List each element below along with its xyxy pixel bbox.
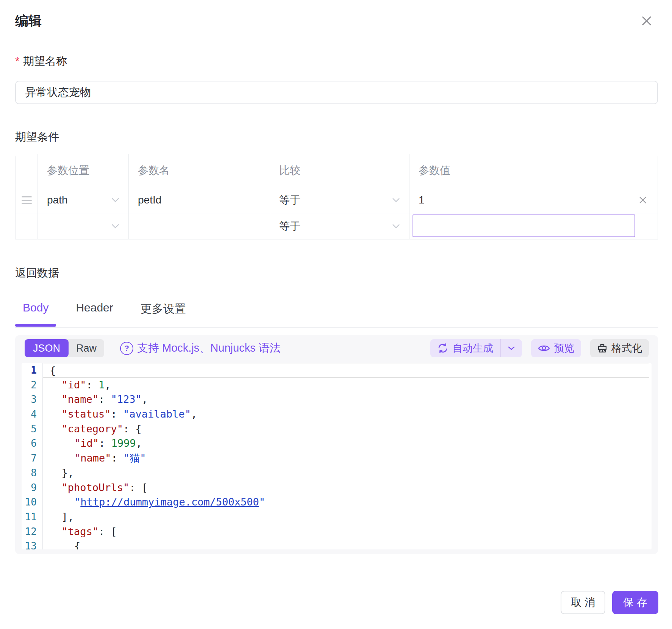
code-line-content: "name": "123", — [43, 392, 652, 407]
line-number: 7 — [22, 451, 43, 466]
line-number: 6 — [22, 436, 43, 451]
line-number: 9 — [22, 480, 43, 495]
condition-table: 参数位置 参数名 比较 参数值 pathpetId等于1等于 — [15, 154, 658, 239]
table-header-value: 参数值 — [409, 154, 658, 187]
response-tabs: Body Header 更多设置 — [15, 301, 658, 328]
format-icon — [597, 343, 608, 354]
line-number: 3 — [22, 392, 43, 407]
compare-value: 等于 — [279, 219, 300, 233]
code-line-content: ], — [43, 510, 652, 524]
drag-handle-icon[interactable] — [22, 196, 32, 204]
code-editor[interactable]: 1{2 "id": 1,3 "name": "123",4 "status": … — [22, 363, 652, 549]
auto-generate-button[interactable]: 自动生成 — [430, 341, 500, 355]
return-data-section-title: 返回数据 — [15, 266, 59, 281]
line-number: 5 — [22, 422, 43, 437]
param-position-select[interactable]: path — [38, 187, 128, 213]
code-line[interactable]: 10 "http://dummyimage.com/500x500" — [22, 495, 652, 510]
syntax-hint-text: 支持 Mock.js、Nunjucks 语法 — [137, 341, 281, 356]
code-line-content: "http://dummyimage.com/500x500" — [43, 495, 652, 510]
eye-icon — [538, 344, 550, 353]
table-header-handle — [16, 154, 38, 187]
code-line[interactable]: 13 { — [22, 539, 652, 549]
mode-json-button[interactable]: JSON — [25, 339, 69, 357]
line-number: 10 — [22, 495, 43, 510]
cancel-button[interactable]: 取 消 — [561, 591, 605, 614]
code-line[interactable]: 8 }, — [22, 466, 652, 480]
table-header-compare: 比较 — [270, 154, 409, 187]
editor-toolbar: JSON Raw ? 支持 Mock.js、Nunjucks 语法 自动生成 — [25, 339, 649, 357]
page-title: 编辑 — [15, 12, 42, 30]
chevron-down-icon — [111, 224, 119, 229]
table-header-position: 参数位置 — [38, 154, 128, 187]
body-editor-panel: JSON Raw ? 支持 Mock.js、Nunjucks 语法 自动生成 — [15, 335, 658, 554]
compare-select[interactable]: 等于 — [270, 187, 409, 213]
expectation-name-input[interactable]: 异常状态宠物 — [15, 81, 658, 104]
question-circle-icon: ? — [120, 342, 133, 355]
param-value-input[interactable] — [409, 213, 658, 239]
auto-generate-dropdown-button[interactable] — [501, 346, 522, 350]
tab-header[interactable]: Header — [76, 301, 113, 325]
syntax-hint-link[interactable]: ? 支持 Mock.js、Nunjucks 语法 — [120, 341, 281, 356]
auto-generate-split-button: 自动生成 — [430, 339, 522, 357]
code-line-content: "id": 1999, — [43, 436, 652, 451]
param-name-input[interactable] — [128, 213, 270, 239]
compare-value: 等于 — [279, 193, 300, 207]
line-number: 11 — [22, 510, 43, 524]
code-line[interactable]: 7 "name": "猫" — [22, 451, 652, 466]
code-line-content: { — [43, 539, 652, 549]
name-field-label: *期望名称 — [15, 54, 67, 69]
refresh-icon — [437, 343, 449, 354]
param-position-value: path — [47, 194, 68, 206]
code-line[interactable]: 5 "category": { — [22, 422, 652, 437]
code-line-content: "id": 1, — [43, 378, 652, 393]
line-number: 1 — [22, 363, 43, 378]
condition-section-title: 期望条件 — [15, 130, 59, 145]
line-number: 2 — [22, 378, 43, 393]
mode-raw-button[interactable]: Raw — [69, 339, 104, 357]
required-asterisk: * — [15, 55, 19, 67]
format-button[interactable]: 格式化 — [590, 339, 649, 357]
save-button[interactable]: 保 存 — [612, 591, 658, 614]
code-line-content: { — [43, 363, 649, 378]
preview-button[interactable]: 预览 — [531, 339, 581, 357]
chevron-down-icon — [111, 198, 119, 203]
table-header-param: 参数名 — [128, 154, 270, 187]
focused-value-input[interactable] — [413, 214, 635, 237]
chevron-down-icon — [392, 224, 400, 229]
close-icon[interactable] — [639, 14, 654, 28]
code-line[interactable]: 11 ], — [22, 510, 652, 524]
code-line-content: "name": "猫" — [43, 451, 652, 466]
expectation-name-value: 异常状态宠物 — [25, 85, 91, 100]
param-position-select[interactable] — [38, 213, 128, 239]
code-line-content: "photoUrls": [ — [43, 480, 652, 495]
param-name-value: petId — [138, 194, 161, 206]
compare-select[interactable]: 等于 — [270, 213, 409, 239]
code-line[interactable]: 1{ — [22, 363, 652, 378]
code-line[interactable]: 3 "name": "123", — [22, 392, 652, 407]
line-number: 12 — [22, 524, 43, 539]
tab-body[interactable]: Body — [23, 301, 48, 325]
param-name-input[interactable]: petId — [128, 187, 270, 213]
code-line[interactable]: 4 "status": "available", — [22, 407, 652, 422]
param-value-text: 1 — [419, 194, 425, 206]
code-line[interactable]: 12 "tags": [ — [22, 524, 652, 539]
code-line-content: "category": { — [43, 422, 652, 437]
tab-more-settings[interactable]: 更多设置 — [141, 301, 186, 327]
mode-switch: JSON Raw — [25, 339, 104, 357]
line-number: 8 — [22, 466, 43, 480]
param-value-input[interactable]: 1 — [409, 187, 658, 213]
code-line[interactable]: 9 "photoUrls": [ — [22, 480, 652, 495]
row-drag-handle[interactable] — [16, 187, 38, 213]
code-line[interactable]: 2 "id": 1, — [22, 378, 652, 393]
row-drag-handle — [16, 213, 38, 239]
chevron-down-icon — [392, 198, 400, 203]
code-line-content: "tags": [ — [43, 524, 652, 539]
clear-value-icon[interactable] — [638, 195, 648, 205]
code-line-content: "status": "available", — [43, 407, 652, 422]
line-number: 4 — [22, 407, 43, 422]
code-line-content: }, — [43, 466, 652, 480]
code-line[interactable]: 6 "id": 1999, — [22, 436, 652, 451]
line-number: 13 — [22, 539, 43, 549]
